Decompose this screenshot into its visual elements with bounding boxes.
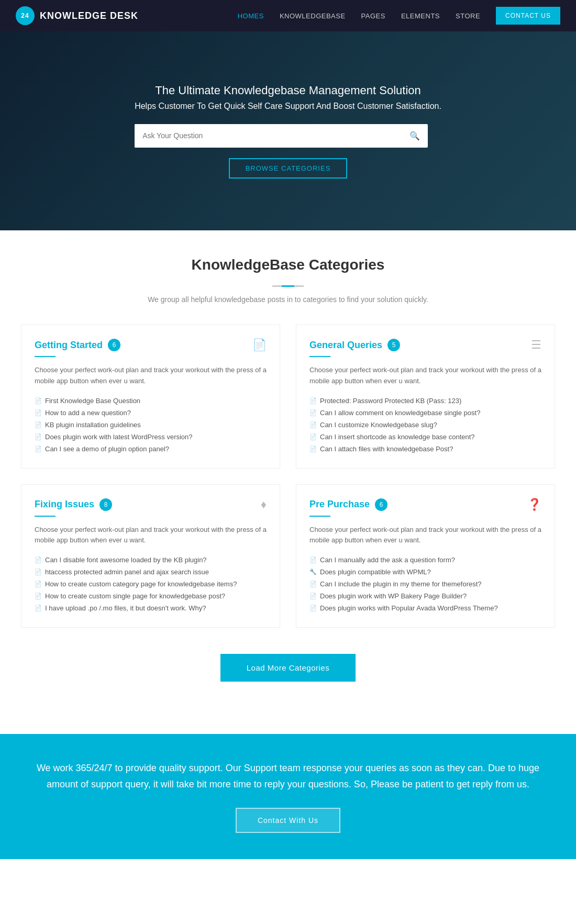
section-description: We group all helpful knowledgebase posts… [21,295,555,304]
nav-elements[interactable]: ELEMENTS [401,12,440,20]
category-badge: 5 [387,339,400,351]
nav-homes[interactable]: HOMES [238,12,264,20]
category-badge: 6 [375,498,387,511]
search-icon: 🔍 [409,131,420,140]
navbar: 24 KNOWLEDGE DESK HOMES KNOWLEDGEBASE PA… [0,0,576,31]
category-title-wrap: General Queries 5 [309,339,400,351]
category-card-pre-purchase: Pre Purchase 6 ❓ Choose your perfect wor… [296,484,555,628]
diamond-icon: ♦ [261,498,267,511]
list-item[interactable]: Can I include the plugin in my theme for… [309,578,541,590]
category-title[interactable]: Pre Purchase [309,499,370,510]
section-divider [21,280,555,289]
category-header: Pre Purchase 6 ❓ [309,498,541,511]
logo-icon: 24 [16,6,35,25]
list-item[interactable]: Can I customize Knowledgebase slug? [309,419,541,431]
list-item[interactable]: KB plugin installation guidelines [35,419,267,431]
category-header: General Queries 5 ☰ [309,338,541,352]
categories-section: KnowledgeBase Categories We group all he… [0,230,576,708]
list-item[interactable]: Can I manually add the ask a question fo… [309,554,541,566]
category-underline [35,516,56,517]
category-card-getting-started: Getting Started 6 📄 Choose your perfect … [21,325,280,469]
search-button[interactable]: 🔍 [402,124,428,148]
category-underline [309,516,330,517]
hero-content: The Ultimate Knowledgebase Management So… [135,84,441,179]
nav-contact-us[interactable]: CONTACT US [496,7,560,25]
nav-store[interactable]: STORE [456,12,480,20]
list-item[interactable]: Does plugin compatible with WPML? [309,566,541,578]
support-banner: We work 365/24/7 to provide quality supp… [0,734,576,859]
list-item[interactable]: Does plugin works with Popular Avada Wor… [309,602,541,614]
list-item[interactable]: Does plugin work with latest WordPress v… [35,431,267,443]
category-card-general-queries: General Queries 5 ☰ Choose your perfect … [296,325,555,469]
category-underline [309,356,330,357]
category-links: First Knowledge Base Question How to add… [35,395,267,455]
category-title[interactable]: Getting Started [35,340,103,351]
category-badge: 8 [99,498,112,511]
category-header: Fixing Issues 8 ♦ [35,498,267,511]
nav-links: HOMES KNOWLEDGEBASE PAGES ELEMENTS STORE… [238,7,560,25]
list-item[interactable]: Can I allow comment on knowledgebase sin… [309,407,541,419]
list-item[interactable]: Does plugin work with WP Bakery Page Bui… [309,590,541,602]
category-title-wrap: Fixing Issues 8 [35,498,112,511]
list-item[interactable]: I have upload .po /.mo files, it but doe… [35,602,267,614]
list-item[interactable]: Can I see a demo of plugin option panel? [35,443,267,455]
hero-subtitle: Helps Customer To Get Quick Self Care Su… [135,102,441,111]
category-title-wrap: Getting Started 6 [35,339,120,351]
hero-title: The Ultimate Knowledgebase Management So… [135,84,441,97]
list-item[interactable]: How to create custom single page for kno… [35,590,267,602]
search-input[interactable] [135,124,402,148]
category-links: Protected: Password Protected KB (Pass: … [309,395,541,455]
category-title[interactable]: General Queries [309,340,382,351]
category-desc: Choose your perfect work-out plan and tr… [309,525,541,547]
list-item[interactable]: How to add a new question? [35,407,267,419]
list-item[interactable]: Protected: Password Protected KB (Pass: … [309,395,541,407]
divider-line [272,285,304,287]
list-item[interactable]: htaccess protected admin panel and ajax … [35,566,267,578]
logo[interactable]: 24 KNOWLEDGE DESK [16,6,138,25]
category-desc: Choose your perfect work-out plan and tr… [35,525,267,547]
list-item[interactable]: How to create custom category page for k… [35,578,267,590]
category-card-fixing-issues: Fixing Issues 8 ♦ Choose your perfect wo… [21,484,280,628]
nav-knowledgebase[interactable]: KNOWLEDGEBASE [280,12,346,20]
load-more-wrap: Load More Categories [21,654,555,682]
nav-pages[interactable]: PAGES [361,12,385,20]
list-item[interactable]: Can I attach files with knowledgebase Po… [309,443,541,455]
list-item[interactable]: Can I insert shortcode as knowledge base… [309,431,541,443]
category-desc: Choose your perfect work-out plan and tr… [35,365,267,387]
logo-text: KNOWLEDGE DESK [40,10,138,21]
category-header: Getting Started 6 📄 [35,338,267,352]
list-icon: ☰ [531,338,541,352]
category-title[interactable]: Fixing Issues [35,499,94,510]
load-more-button[interactable]: Load More Categories [220,654,356,682]
category-underline [35,356,56,357]
contact-with-us-button[interactable]: Contact With Us [236,808,340,833]
browse-categories-button[interactable]: BROWSE CATEGORIES [229,158,348,179]
categories-grid: Getting Started 6 📄 Choose your perfect … [21,325,555,628]
hero-section: The Ultimate Knowledgebase Management So… [0,31,576,230]
hero-search-bar[interactable]: 🔍 [135,124,428,148]
category-title-wrap: Pre Purchase 6 [309,498,387,511]
category-desc: Choose your perfect work-out plan and tr… [309,365,541,387]
category-links: Can I disable font awesome loaded by the… [35,554,267,614]
list-item[interactable]: First Knowledge Base Question [35,395,267,407]
support-text: We work 365/24/7 to provide quality supp… [31,760,545,792]
section-title: KnowledgeBase Categories [21,257,555,273]
list-item[interactable]: Can I disable font awesome loaded by the… [35,554,267,566]
question-icon: ❓ [527,498,541,511]
category-links: Can I manually add the ask a question fo… [309,554,541,614]
category-badge: 6 [108,339,120,351]
file-icon: 📄 [252,338,267,352]
